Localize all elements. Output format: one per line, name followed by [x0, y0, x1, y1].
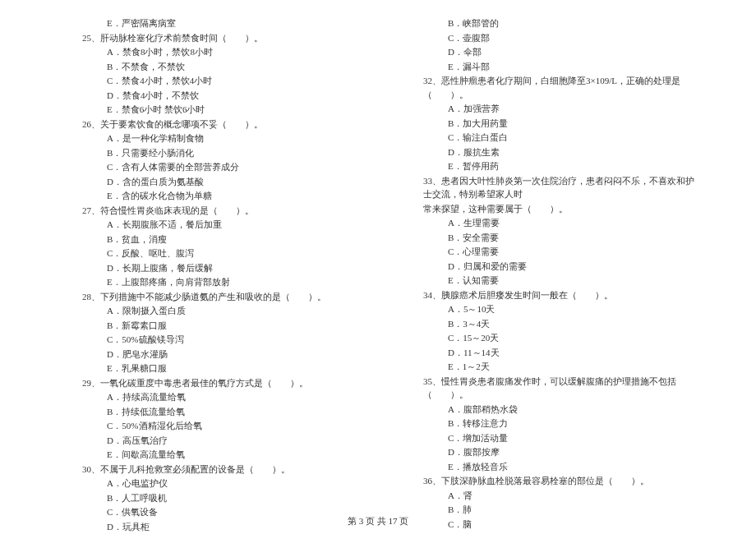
option-item: E．含的碳水化合物为单糖 [82, 189, 357, 203]
option-item: E．认知需要 [423, 274, 698, 288]
question-item: 26、关于要素饮食的概念哪项不妥（ ）。 [82, 117, 357, 131]
option-item: B．人工呼吸机 [82, 491, 357, 505]
option-item: B．3～4天 [423, 317, 698, 331]
option-item: D．伞部 [423, 45, 698, 59]
option-item: B．峡部管的 [423, 16, 698, 30]
option-item: A．长期腹胀不适，餐后加重 [82, 218, 357, 232]
option-item: E．暂停用药 [423, 159, 698, 173]
page-container: E．严密隔离病室25、肝动脉栓塞化疗术前禁食时间（ ）。A．禁食8小时，禁饮8小… [0, 0, 756, 534]
question-item: 25、肝动脉栓塞化疗术前禁食时间（ ）。 [82, 31, 357, 45]
option-item: A．腹部稍热水袋 [423, 403, 698, 417]
question-item: 36、下肢深静脉血栓脱落最容易栓塞的部位是（ ）。 [423, 474, 698, 488]
option-item: E．上腹部疼痛，向肩背部放射 [82, 275, 357, 289]
option-item: A．心电监护仪 [82, 476, 357, 490]
option-item: E．播放轻音乐 [423, 460, 698, 474]
option-item: C．反酸、呕吐、腹泻 [82, 246, 357, 260]
option-item: A．加强营养 [423, 102, 698, 116]
option-item: C．含有人体需要的全部营养成分 [82, 160, 357, 174]
option-item: A．禁食8小时，禁饮8小时 [82, 45, 357, 59]
right-column: B．峡部管的C．壶腹部D．伞部E．漏斗部32、恶性肿瘤患者化疗期间，白细胞降至3… [423, 16, 698, 534]
option-item: B．加大用药量 [423, 117, 698, 131]
option-item: D．腹部按摩 [423, 445, 698, 459]
option-item: B．贫血，消瘦 [82, 232, 357, 246]
option-item: D．高压氧治疗 [82, 434, 357, 448]
question-item: 30、不属于儿科抢救室必须配置的设备是（ ）。 [82, 463, 357, 476]
option-item: C．15～20天 [423, 331, 698, 345]
option-item: B．安全需要 [423, 231, 698, 245]
question-item: 34、胰腺癌术后胆瘘发生时间一般在（ ）。 [423, 288, 698, 302]
option-item: A．持续高流量给氧 [82, 390, 357, 404]
option-item: C．50%酒精湿化后给氧 [82, 419, 357, 433]
option-item: C．输注白蛋白 [423, 131, 698, 145]
option-item: D．长期上腹痛，餐后缓解 [82, 261, 357, 275]
option-item: D．肥皂水灌肠 [82, 348, 357, 361]
question-item: 35、慢性胃炎患者腹痛发作时，可以缓解腹痛的护理措施不包括（ ）。 [423, 375, 698, 402]
option-item: E．严密隔离病室 [82, 16, 357, 30]
option-item: C．增加活动量 [423, 431, 698, 445]
question-item: 29、一氧化碳重度中毒患者最佳的氧疗方式是（ ）。 [82, 376, 357, 390]
option-item: C．禁食4小时，禁饮4小时 [82, 74, 357, 88]
option-item: A．是一种化学精制食物 [82, 131, 357, 145]
option-item: E．禁食6小时 禁饮6小时 [82, 103, 357, 117]
option-item: D．禁食4小时，不禁饮 [82, 89, 357, 103]
option-item: D．含的蛋白质为氨基酸 [82, 175, 357, 189]
question-item: 27、符合慢性胃炎临床表现的是（ ）。 [82, 204, 357, 218]
left-column: E．严密隔离病室25、肝动脉栓塞化疗术前禁食时间（ ）。A．禁食8小时，禁饮8小… [82, 16, 357, 534]
option-item: E．乳果糖口服 [82, 361, 357, 375]
option-item: C．50%硫酸镁导泻 [82, 333, 357, 347]
option-item: E．漏斗部 [423, 60, 698, 74]
question-item: 32、恶性肿瘤患者化疗期间，白细胞降至3×109/L，正确的处理是（ ）。 [423, 74, 698, 101]
option-item: C．壶腹部 [423, 31, 698, 45]
option-item: E．1～2天 [423, 360, 698, 374]
question-continuation: 常来探望，这种需要属于（ ）。 [423, 202, 698, 216]
footer-text: 第 3 页 共 17 页 [348, 516, 408, 526]
option-item: C．心理需要 [423, 245, 698, 259]
option-item: A．生理需要 [423, 216, 698, 230]
option-item: B．不禁食，不禁饮 [82, 60, 357, 74]
option-item: B．只需要经小肠消化 [82, 146, 357, 160]
option-item: A．5～10天 [423, 302, 698, 316]
option-item: E．间歇高流量给氧 [82, 448, 357, 462]
option-item: D．归属和爱的需要 [423, 260, 698, 274]
option-item: B．转移注意力 [423, 417, 698, 430]
option-item: A．肾 [423, 489, 698, 503]
option-item: B．持续低流量给氧 [82, 405, 357, 419]
option-item: D．11～14天 [423, 346, 698, 360]
option-item: D．服抗生素 [423, 145, 698, 159]
option-item: A．限制摄入蛋白质 [82, 304, 357, 318]
option-item: B．新霉素口服 [82, 319, 357, 333]
page-footer: 第 3 页 共 17 页 [0, 515, 756, 527]
question-item: 28、下列措施中不能减少肠道氨的产生和吸收的是（ ）。 [82, 290, 357, 304]
question-item: 33、患者因大叶性肺炎第一次住院治疗，患者闷闷不乐，不喜欢和护士交流，特别希望家… [423, 174, 698, 201]
